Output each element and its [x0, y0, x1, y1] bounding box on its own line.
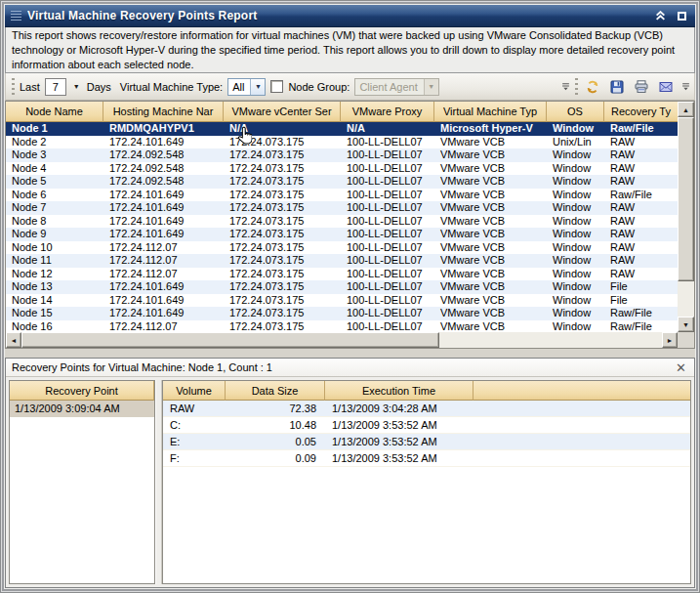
table-cell: Window — [547, 294, 604, 308]
table-row[interactable]: Node 8172.24.101.649172.24.073.175100-LL… — [6, 215, 678, 229]
table-cell: VMware VCB — [434, 294, 547, 308]
table-cell: Node 9 — [6, 228, 103, 241]
scroll-left-button[interactable]: ◄ — [6, 332, 21, 348]
table-cell: VMware VCB — [434, 136, 547, 149]
chevron-down-icon[interactable]: ▼ — [250, 79, 265, 95]
table-cell: 10.48 — [226, 417, 325, 433]
table-cell: 0.09 — [226, 450, 325, 466]
node-group-select: Client Agent ▼ — [354, 78, 438, 96]
table-row[interactable]: Node 16172.24.112.07172.24.073.175100-LL… — [6, 320, 678, 333]
table-row[interactable]: F:0.091/13/2009 3:53:52 AM — [163, 450, 690, 467]
column-header[interactable]: Execution Time — [325, 381, 474, 401]
table-cell: 100-LL-DELL07 — [341, 215, 434, 229]
table-cell: VMware VCB — [434, 320, 547, 333]
print-button[interactable] — [632, 77, 651, 97]
table-row[interactable]: Node 1RMDMQAHYPV1N/AN/AMicrosoft Hyper-V… — [6, 122, 678, 136]
table-cell: E: — [163, 434, 226, 449]
table-cell: VMware VCB — [434, 254, 547, 268]
table-row[interactable]: C:10.481/13/2009 3:53:52 AM — [163, 417, 690, 434]
grid-body: Node 1RMDMQAHYPV1N/AN/AMicrosoft Hyper-V… — [6, 122, 678, 332]
chevron-down-icon: ▼ — [424, 79, 438, 95]
column-header[interactable]: Volume — [163, 381, 226, 401]
vm-type-select[interactable]: All ▼ — [227, 78, 266, 96]
table-row[interactable]: Node 7172.24.101.649172.24.073.175100-LL… — [6, 201, 678, 215]
table-row[interactable]: E:0.051/13/2009 3:53:52 AM — [163, 434, 690, 450]
table-cell: 100-LL-DELL07 — [341, 228, 434, 241]
table-cell: RAW — [604, 215, 678, 229]
column-header[interactable]: VMware vCenter Ser — [224, 102, 341, 122]
list-item[interactable]: 1/13/2009 3:09:04 AM — [10, 401, 154, 417]
table-cell: RMDMQAHYPV1 — [103, 122, 224, 136]
table-cell: RAW — [604, 136, 678, 149]
node-group-checkbox[interactable] — [270, 80, 283, 93]
horizontal-scrollbar[interactable]: ◄ ► — [6, 332, 678, 348]
table-row[interactable]: Node 6172.24.101.649172.24.073.175100-LL… — [6, 189, 678, 202]
table-cell: VMware VCB — [434, 268, 547, 281]
column-header[interactable]: Node Name — [6, 102, 103, 122]
horizontal-scroll-thumb[interactable] — [21, 332, 439, 348]
table-row[interactable]: Node 11172.24.112.07172.24.073.175100-LL… — [6, 254, 678, 268]
scroll-down-button[interactable]: ▼ — [678, 317, 694, 332]
table-row[interactable]: RAW72.381/13/2009 3:04:28 AM — [163, 401, 690, 417]
table-cell: VMware VCB — [434, 175, 547, 189]
table-cell: 172.24.073.175 — [224, 175, 341, 189]
table-cell: Window — [547, 175, 604, 189]
column-header[interactable]: Hosting Machine Nar — [103, 102, 224, 122]
report-window: Virtual Machine Recovery Points Report T… — [0, 0, 700, 593]
table-cell: 1/13/2009 3:53:52 AM — [325, 417, 474, 433]
save-button[interactable] — [607, 77, 627, 97]
page-title: Virtual Machine Recovery Points Report — [27, 9, 646, 22]
days-input[interactable]: 7 — [45, 78, 66, 96]
table-cell: Node 7 — [6, 201, 103, 215]
column-header[interactable]: OS — [547, 102, 604, 122]
table-row[interactable]: Node 3172.24.092.548172.24.073.175100-LL… — [6, 148, 678, 162]
table-row[interactable]: Node 5172.24.092.548172.24.073.175100-LL… — [6, 175, 678, 189]
column-header[interactable]: VMware Proxy — [341, 102, 434, 122]
column-header[interactable]: Virtual Machine Typ — [434, 102, 547, 122]
scroll-up-button[interactable]: ▲ — [678, 102, 694, 117]
column-header-filler — [474, 381, 690, 401]
table-cell: File — [604, 280, 678, 294]
table-row[interactable]: Node 15172.24.101.649172.24.073.175100-L… — [6, 307, 678, 320]
vertical-scroll-thumb[interactable] — [678, 117, 694, 281]
toolbar-overflow-button[interactable] — [680, 82, 690, 92]
table-row[interactable]: Node 13172.24.101.649172.24.073.175100-L… — [6, 280, 678, 294]
volume-header: VolumeData SizeExecution Time — [163, 381, 690, 401]
table-cell: 172.24.101.649 — [103, 294, 224, 308]
table-cell: Node 16 — [6, 320, 103, 333]
table-cell: Window — [547, 268, 604, 281]
days-dropdown-arrow-icon[interactable]: ▼ — [71, 83, 82, 90]
scroll-right-button[interactable]: ► — [662, 332, 678, 348]
table-cell: Window — [547, 241, 604, 255]
panel-splitter[interactable] — [155, 380, 162, 584]
refresh-button[interactable] — [583, 77, 602, 97]
table-cell: Microsoft Hyper-V — [434, 122, 547, 136]
table-row[interactable]: Node 12172.24.112.07172.24.073.175100-LL… — [6, 268, 678, 281]
table-row[interactable]: Node 9172.24.101.649172.24.073.175100-LL… — [6, 228, 678, 241]
close-icon[interactable]: ✕ — [674, 361, 688, 374]
table-row[interactable]: Node 2172.24.101.649172.24.073.175100-LL… — [6, 136, 678, 149]
column-header[interactable]: Data Size — [226, 381, 325, 401]
table-cell: VMware VCB — [434, 280, 547, 294]
table-cell: 172.24.073.175 — [224, 148, 341, 162]
collapse-button[interactable] — [652, 9, 668, 22]
maximize-button[interactable] — [674, 9, 689, 22]
title-bar: Virtual Machine Recovery Points Report — [5, 5, 695, 27]
toolbar-overflow-button[interactable] — [560, 82, 570, 92]
table-row[interactable]: Node 10172.24.112.07172.24.073.175100-LL… — [6, 241, 678, 255]
table-cell: Window — [547, 280, 604, 294]
table-cell: 172.24.073.175 — [224, 294, 341, 308]
table-cell: 172.24.101.649 — [103, 215, 224, 229]
table-row[interactable]: Node 14172.24.101.649172.24.073.175100-L… — [6, 294, 678, 308]
vm-type-value: All — [228, 79, 250, 95]
column-header[interactable]: Recovery Ty — [604, 102, 678, 122]
vertical-scrollbar[interactable]: ▲ ▼ — [678, 102, 694, 332]
email-button[interactable] — [656, 77, 676, 97]
table-cell: VMware VCB — [434, 162, 547, 176]
table-cell: 100-LL-DELL07 — [341, 175, 434, 189]
table-cell: 172.24.101.649 — [103, 136, 224, 149]
table-cell: Window — [547, 215, 604, 229]
table-row[interactable]: Node 4172.24.092.548172.24.073.175100-LL… — [6, 162, 678, 176]
recovery-point-column-header[interactable]: Recovery Point — [10, 381, 154, 401]
table-cell: Node 2 — [6, 136, 103, 149]
